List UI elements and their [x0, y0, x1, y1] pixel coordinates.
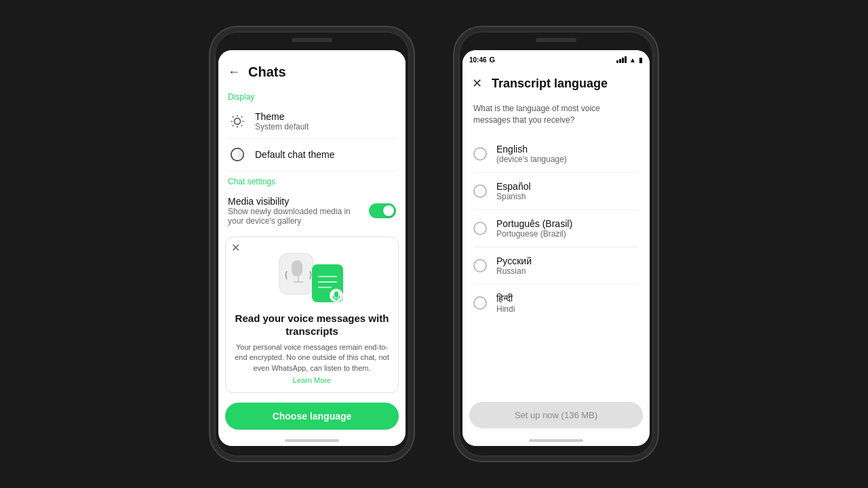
bottom-bar-1 [285, 439, 339, 442]
default-chat-theme-title: Default chat theme [255, 149, 335, 160]
svg-line-4 [241, 125, 242, 126]
lang-text-4: हिन्दी Hindi [496, 293, 515, 314]
transcript-popup: ✕ [225, 237, 399, 393]
radio-3 [473, 259, 487, 272]
lang-option-1[interactable]: Español Spanish [462, 173, 650, 209]
back-button[interactable]: ← [228, 65, 240, 79]
media-visibility-text: Media visibility Show newly downloaded m… [228, 196, 361, 226]
lang-name-3: Русский [496, 256, 532, 266]
svg-rect-20 [334, 291, 338, 298]
lang-option-2[interactable]: Português (Brasil) Portuguese (Brazil) [462, 210, 650, 247]
chat-settings-label: Chat settings [218, 171, 406, 189]
phone-screen-chats: ← Chats Display Theme [218, 50, 406, 446]
lang-option-0[interactable]: English (device's language) [462, 136, 650, 172]
svg-line-8 [241, 117, 242, 117]
media-visibility-toggle[interactable] [369, 203, 396, 218]
default-chat-theme-item[interactable]: Default chat theme [218, 138, 406, 171]
svg-rect-12 [292, 260, 302, 277]
svg-point-0 [234, 118, 240, 124]
chats-title: Chats [248, 64, 286, 80]
wifi-icon: ▲ [629, 56, 636, 64]
radio-1 [473, 184, 487, 198]
status-icons: ▲ ▮ [616, 56, 643, 64]
status-bar-1 [218, 50, 406, 58]
choose-language-button[interactable]: Choose language [225, 403, 399, 430]
status-bar-2: 10:46 G ▲ ▮ [462, 50, 650, 69]
default-theme-icon [228, 145, 247, 164]
theme-title: Theme [255, 111, 309, 122]
lang-native-2: Portuguese (Brazil) [496, 229, 572, 239]
theme-icon [228, 112, 247, 131]
default-chat-theme-text: Default chat theme [255, 149, 335, 160]
popup-desc: Your personal voice messages remain end-… [234, 342, 390, 373]
radio-4 [473, 296, 487, 310]
lang-native-3: Russian [496, 266, 532, 276]
radio-0 [473, 147, 487, 161]
signal-icon [616, 56, 627, 63]
lang-text-3: Русский Russian [496, 256, 532, 276]
phone-chats: ← Chats Display Theme [210, 27, 414, 461]
popup-illustration [234, 252, 390, 306]
lang-name-1: Español [496, 181, 531, 192]
status-time: 10:46 [469, 56, 487, 64]
media-visibility-sub: Show newly downloaded media in your devi… [228, 207, 361, 226]
svg-line-7 [233, 125, 233, 126]
phone-screen-transcript: 10:46 G ▲ ▮ ✕ Transcript language What i… [462, 50, 650, 446]
lang-native-0: (device's language) [496, 155, 567, 164]
doc-svg [311, 263, 346, 306]
radio-2 [473, 222, 487, 235]
display-section-label: Display [218, 87, 406, 104]
theme-subtitle: System default [255, 122, 309, 131]
learn-more-link[interactable]: Learn More [234, 376, 390, 384]
lang-name-2: Português (Brasil) [496, 218, 572, 229]
google-g: G [490, 56, 496, 64]
lang-native-4: Hindi [496, 304, 515, 314]
media-visibility-item[interactable]: Media visibility Show newly downloaded m… [218, 189, 406, 232]
battery-icon: ▮ [639, 56, 643, 64]
theme-text: Theme System default [255, 111, 309, 131]
setup-button: Set up now (136 MB) [469, 402, 643, 428]
transcript-title: Transcript language [492, 77, 608, 91]
lang-native-1: Spanish [496, 192, 531, 201]
language-options: English (device's language) Español Span… [462, 136, 650, 322]
lang-text-0: English (device's language) [496, 144, 567, 164]
transcript-description: What is the language of most voice messa… [462, 98, 650, 136]
media-visibility-title: Media visibility [228, 196, 361, 207]
transcript-header: ✕ Transcript language [462, 69, 650, 98]
chats-header: ← Chats [218, 58, 406, 87]
lang-name-4: हिन्दी [496, 293, 515, 304]
phone-transcript: 10:46 G ▲ ▮ ✕ Transcript language What i… [454, 27, 658, 461]
theme-item[interactable]: Theme System default [218, 104, 406, 138]
lang-text-2: Português (Brasil) Portuguese (Brazil) [496, 218, 572, 239]
lang-text-1: Español Spanish [496, 181, 531, 201]
language-list: English (device's language) Español Span… [462, 136, 650, 402]
illustration-wrap [278, 252, 346, 306]
popup-title: Read your voice messages with transcript… [234, 312, 390, 338]
popup-close-button[interactable]: ✕ [231, 243, 240, 253]
lang-option-4[interactable]: हिन्दी Hindi [462, 285, 650, 322]
lang-option-3[interactable]: Русский Russian [462, 247, 650, 284]
toggle-wrap [369, 203, 396, 218]
lang-name-0: English [496, 144, 567, 155]
close-button[interactable]: ✕ [472, 76, 482, 91]
svg-line-3 [233, 117, 233, 117]
bottom-bar-2 [529, 439, 583, 442]
